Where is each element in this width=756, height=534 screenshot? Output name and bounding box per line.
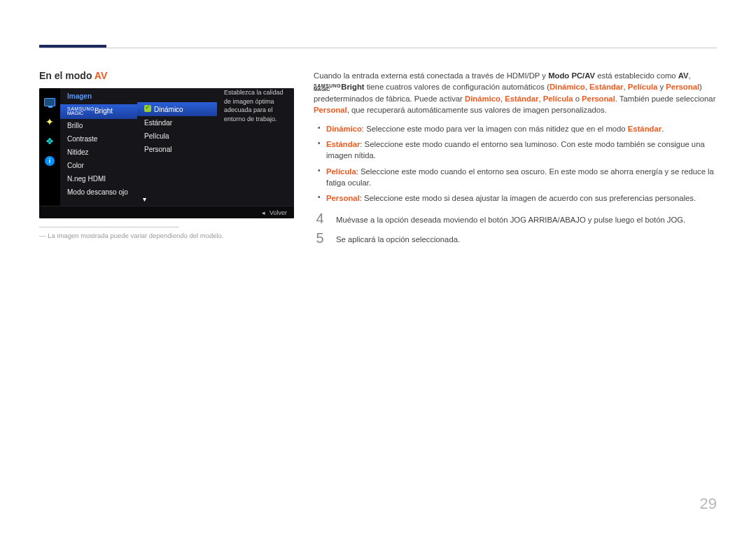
- monitor-icon: [43, 95, 57, 109]
- osd-option-dinamico[interactable]: Dinámico: [137, 102, 217, 116]
- osd-submenu-column: Dinámico Estándar Película Personal: [137, 88, 217, 218]
- disclaimer-rule: [39, 227, 179, 227]
- osd-item[interactable]: Brillo: [60, 119, 137, 132]
- list-item: Estándar: Seleccione este modo cuando el…: [314, 139, 717, 162]
- step-number: 4: [314, 211, 326, 225]
- osd-item[interactable]: Nitidez: [60, 146, 137, 159]
- osd-item[interactable]: N.neg HDMI: [60, 172, 137, 185]
- osd-item[interactable]: Color: [60, 159, 137, 172]
- step-4: 4 Muévase a la opción deseada moviendo e…: [314, 211, 717, 225]
- osd-option[interactable]: Película: [137, 129, 217, 143]
- osd-footer: ◂ Volver: [39, 206, 294, 218]
- osd-screenshot: ✦ ✥ i Imagen SAMSUNGMAGICBright Brillo C…: [39, 88, 294, 218]
- header-rule: [39, 48, 717, 48]
- list-item: Dinámico: Seleccione este modo para ver …: [314, 123, 717, 134]
- page: En el modo AV ✦ ✥ i Imagen SAMSUNGMAGICB…: [0, 0, 756, 534]
- osd-item-magicbright[interactable]: SAMSUNGMAGICBright: [60, 104, 137, 119]
- step-text: Se aplicará la opción seleccionada.: [336, 231, 717, 245]
- check-icon: [144, 105, 151, 112]
- title-prefix: En el modo: [39, 70, 94, 81]
- star-icon: ✦: [43, 115, 57, 129]
- left-column: En el modo AV ✦ ✥ i Imagen SAMSUNGMAGICB…: [39, 70, 294, 251]
- section-title: En el modo AV: [39, 70, 294, 81]
- osd-description: Establezca la calidad de imagen óptima a…: [217, 88, 294, 218]
- intro-paragraph: Cuando la entrada externa está conectada…: [314, 70, 717, 116]
- back-arrow-icon: ◂: [262, 209, 265, 216]
- osd-back-label[interactable]: Volver: [270, 209, 287, 216]
- move-icon: ✥: [43, 134, 57, 148]
- disclaimer-text: La imagen mostrada puede variar dependie…: [39, 232, 294, 239]
- osd-icon-rail: ✦ ✥ i: [39, 88, 60, 218]
- step-number: 5: [314, 231, 326, 245]
- page-number: 29: [700, 495, 717, 513]
- down-arrow-icon: ▾: [143, 195, 146, 203]
- list-item: Película: Seleccione este modo cuando el…: [314, 166, 717, 189]
- mode-list: Dinámico: Seleccione este modo para ver …: [314, 123, 717, 204]
- info-icon: i: [43, 154, 57, 168]
- osd-menu-column: Imagen SAMSUNGMAGICBright Brillo Contras…: [60, 88, 137, 218]
- osd-item[interactable]: Modo descanso ojo: [60, 185, 137, 199]
- header-accent: [39, 45, 106, 48]
- osd-option[interactable]: Estándar: [137, 116, 217, 129]
- title-mode: AV: [94, 70, 107, 81]
- osd-category-header: Imagen: [60, 88, 137, 104]
- right-column: Cuando la entrada externa está conectada…: [314, 70, 717, 251]
- step-text: Muévase a la opción deseada moviendo el …: [336, 211, 717, 225]
- list-item: Personal: Seleccione este modo si desea …: [314, 192, 717, 204]
- content-columns: En el modo AV ✦ ✥ i Imagen SAMSUNGMAGICB…: [39, 70, 717, 251]
- step-5: 5 Se aplicará la opción seleccionada.: [314, 231, 717, 245]
- osd-option[interactable]: Personal: [137, 143, 217, 156]
- osd-item[interactable]: Contraste: [60, 132, 137, 146]
